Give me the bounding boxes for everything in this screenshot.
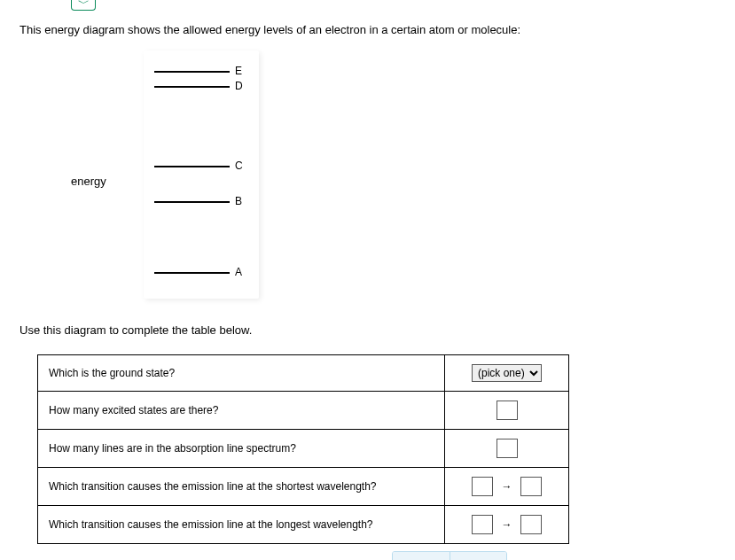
table-row: Which transition causes the emission lin… — [38, 468, 569, 506]
table-row: How many lines are in the absorption lin… — [38, 430, 569, 468]
level-line-A — [154, 272, 230, 274]
table-row: How many excited states are there? — [38, 392, 569, 430]
energy-diagram: energy E D C B A — [55, 51, 321, 299]
instruction-text: Use this diagram to complete the table b… — [20, 323, 715, 337]
table-row: Which transition causes the emission lin… — [38, 506, 569, 544]
level-label-E: E — [235, 65, 242, 77]
answer-cell: → — [445, 506, 569, 544]
answer-cell: (pick one) — [445, 355, 569, 392]
question-cell: How many lines are in the absorption lin… — [38, 430, 445, 468]
intro-text: This energy diagram shows the allowed en… — [20, 23, 715, 36]
level-line-E — [154, 71, 230, 73]
level-line-D — [154, 86, 230, 88]
level-label-C: C — [235, 159, 243, 172]
answer-cell: → — [445, 468, 569, 506]
arrow-icon: → — [502, 480, 512, 493]
level-label-B: B — [235, 195, 242, 207]
table-row: Which is the ground state? (pick one) — [38, 355, 569, 392]
excited-states-input[interactable] — [497, 401, 518, 420]
level-line-B — [154, 201, 230, 203]
longest-to-input[interactable] — [520, 515, 542, 534]
ground-state-select[interactable]: (pick one) — [472, 364, 542, 382]
question-cell: How many excited states are there? — [38, 392, 445, 430]
level-label-A: A — [235, 266, 242, 278]
shortest-to-input[interactable] — [520, 477, 542, 496]
reset-button[interactable]: ↺ — [450, 552, 507, 560]
chevron-down-icon: ﹀ — [78, 0, 90, 12]
answer-cell — [445, 430, 569, 468]
question-table: Which is the ground state? (pick one) Ho… — [37, 354, 569, 544]
axis-label: energy — [71, 175, 106, 188]
longest-from-input[interactable] — [472, 515, 493, 534]
action-bar: ✕ ↺ — [392, 551, 507, 560]
question-cell: Which is the ground state? — [38, 355, 445, 392]
answer-cell — [445, 392, 569, 430]
absorption-lines-input[interactable] — [497, 439, 518, 458]
arrow-icon: → — [502, 518, 512, 531]
clear-button[interactable]: ✕ — [393, 552, 450, 560]
question-cell: Which transition causes the emission lin… — [38, 506, 445, 544]
shortest-from-input[interactable] — [472, 477, 493, 496]
level-line-C — [154, 166, 230, 167]
level-label-D: D — [235, 80, 243, 92]
question-cell: Which transition causes the emission lin… — [38, 468, 445, 506]
collapse-chevron[interactable]: ﹀ — [71, 0, 96, 11]
